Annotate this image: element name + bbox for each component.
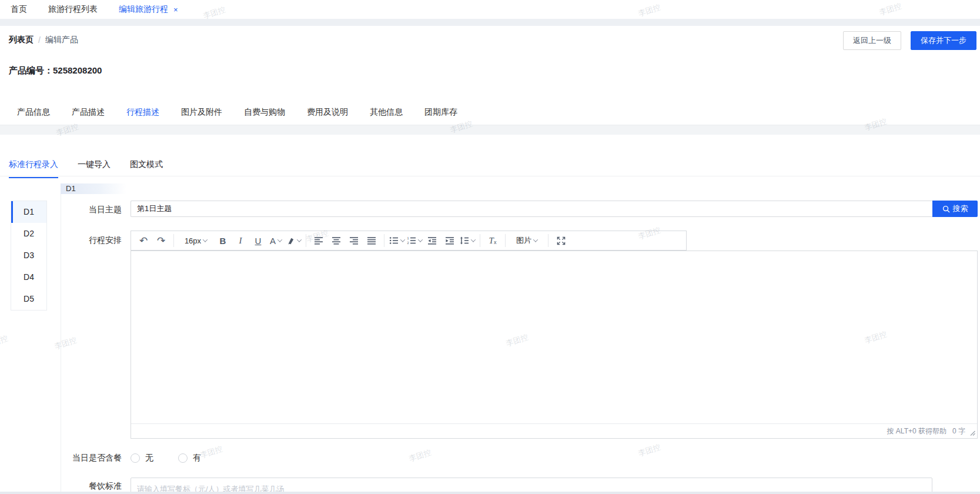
bold-button[interactable]: B — [215, 233, 230, 248]
day-item-d3[interactable]: D3 — [11, 245, 46, 266]
align-right-button[interactable] — [346, 233, 362, 248]
align-right-icon — [349, 236, 359, 245]
watermark: 李团控 — [199, 443, 224, 460]
highlight-color-dropdown[interactable] — [286, 233, 301, 248]
day-item-d4[interactable]: D4 — [11, 266, 46, 288]
tab-optional-shopping[interactable]: 自费与购物 — [244, 100, 285, 127]
undo-icon: ↶ — [139, 236, 148, 246]
bullet-list-dropdown[interactable] — [389, 233, 404, 248]
radio-icon[interactable] — [131, 453, 140, 463]
svg-text:1: 1 — [407, 236, 409, 240]
font-size-dropdown[interactable]: 16px — [179, 233, 213, 248]
itinerary-label: 行程安排 — [39, 235, 122, 246]
ordered-list-dropdown[interactable]: 12 — [407, 233, 422, 248]
day-selector: D1 D2 D3 D4 D5 — [11, 201, 47, 311]
toolbar-divider — [173, 234, 174, 247]
window-tab-itinerary-list[interactable]: 旅游行程列表 — [38, 0, 108, 19]
day-item-d5[interactable]: D5 — [11, 288, 46, 310]
meal-standard-label: 餐饮标准 — [39, 481, 122, 492]
tab-product-info[interactable]: 产品信息 — [17, 100, 50, 127]
watermark: 李团控 — [407, 447, 433, 464]
chevron-down-icon — [296, 237, 301, 242]
font-size-value: 16px — [185, 236, 201, 245]
outdent-button[interactable] — [424, 233, 440, 248]
toolbar-divider — [548, 234, 548, 247]
tab-other-info[interactable]: 其他信息 — [370, 100, 403, 127]
resize-handle-icon[interactable] — [969, 429, 975, 436]
divider — [0, 176, 980, 176]
align-left-button[interactable] — [311, 233, 326, 248]
clear-format-button[interactable]: T x — [485, 233, 500, 248]
editor-toolbar: ↶ ↷ 16px B I U A — [131, 231, 687, 251]
watermark: 李团控 — [53, 335, 78, 352]
editor-content[interactable]: 按 ALT+0 获得帮助 0 字 — [131, 251, 978, 439]
tab-itinerary-desc[interactable]: 行程描述 — [126, 100, 159, 127]
line-height-dropdown[interactable] — [460, 233, 475, 248]
breadcrumb-current: 编辑产品 — [45, 35, 78, 45]
font-color-letter: A — [270, 236, 276, 246]
chevron-down-icon — [533, 237, 538, 242]
align-center-button[interactable] — [329, 233, 344, 248]
align-justify-icon — [367, 236, 376, 245]
page: 首页 旅游行程列表 编辑旅游行程 × 列表页 / 编辑产品 返回上一级 保存并下… — [0, 0, 980, 494]
italic-button[interactable]: I — [233, 233, 248, 248]
breadcrumb-parent[interactable]: 列表页 — [9, 35, 34, 45]
section-gap-strip — [0, 125, 980, 135]
chevron-down-icon — [471, 237, 476, 242]
chevron-down-icon — [418, 237, 423, 242]
radio-icon[interactable] — [178, 453, 188, 463]
tab-images-attachments[interactable]: 图片及附件 — [181, 100, 222, 127]
image-dropdown-label: 图片 — [516, 235, 531, 246]
fullscreen-button[interactable] — [553, 233, 568, 248]
editor-status-bar: 按 ALT+0 获得帮助 0 字 — [131, 423, 977, 438]
back-button[interactable]: 返回上一级 — [843, 31, 901, 50]
align-left-icon — [314, 236, 323, 245]
toolbar-divider — [480, 234, 480, 247]
indent-button[interactable] — [442, 233, 457, 248]
editor-word-count: 0 字 — [952, 426, 965, 436]
window-tab-edit-itinerary[interactable]: 编辑旅游行程 × — [108, 0, 189, 19]
svg-text:2: 2 — [407, 241, 409, 245]
window-tab-label: 编辑旅游行程 — [119, 4, 168, 15]
font-color-dropdown[interactable]: A — [268, 233, 283, 248]
window-tab-home[interactable]: 首页 — [0, 0, 38, 19]
watermark: 李团控 — [0, 333, 9, 350]
redo-button[interactable]: ↷ — [153, 233, 169, 248]
radio-option-none[interactable]: 无 — [131, 453, 153, 463]
clear-format-letter: T — [489, 236, 494, 246]
toolbar-divider — [384, 234, 384, 247]
outdent-icon — [427, 236, 437, 245]
product-number: 产品编号：5258208200 — [9, 65, 102, 76]
chevron-down-icon — [203, 237, 208, 242]
align-center-icon — [332, 236, 341, 245]
line-height-icon — [460, 236, 469, 245]
align-justify-button[interactable] — [364, 233, 379, 248]
underline-button[interactable]: U — [250, 233, 266, 248]
fullscreen-icon — [557, 236, 566, 245]
ordered-list-icon: 12 — [407, 236, 416, 245]
image-dropdown[interactable]: 图片 — [510, 233, 543, 248]
tab-fees-notes[interactable]: 费用及说明 — [307, 100, 348, 127]
horizontal-scrollbar[interactable] — [0, 492, 980, 494]
tab-image-text-mode[interactable]: 图文模式 — [130, 155, 163, 178]
tab-standard-entry[interactable]: 标准行程录入 — [9, 155, 58, 178]
radio-label: 有 — [193, 453, 201, 463]
window-tab-label: 首页 — [11, 4, 27, 15]
radio-option-yes[interactable]: 有 — [178, 453, 201, 463]
bullet-list-icon — [389, 236, 399, 245]
day-panel-title: D1 — [61, 183, 126, 194]
tab-group-inventory[interactable]: 团期库存 — [424, 100, 457, 127]
topic-input[interactable] — [131, 201, 932, 217]
close-icon[interactable]: × — [173, 6, 178, 14]
save-next-button[interactable]: 保存并下一步 — [911, 31, 976, 50]
product-number-value: 5258208200 — [53, 65, 102, 75]
breadcrumb-separator: / — [38, 35, 41, 45]
tab-one-click-import[interactable]: 一键导入 — [78, 155, 111, 178]
search-button[interactable]: 搜索 — [932, 201, 978, 217]
watermark: 李团控 — [637, 442, 662, 459]
radio-label: 无 — [145, 453, 153, 463]
chevron-down-icon — [400, 237, 405, 242]
topic-label: 当日主题 — [39, 205, 122, 215]
undo-button[interactable]: ↶ — [136, 233, 151, 248]
tab-product-desc[interactable]: 产品描述 — [72, 100, 105, 127]
